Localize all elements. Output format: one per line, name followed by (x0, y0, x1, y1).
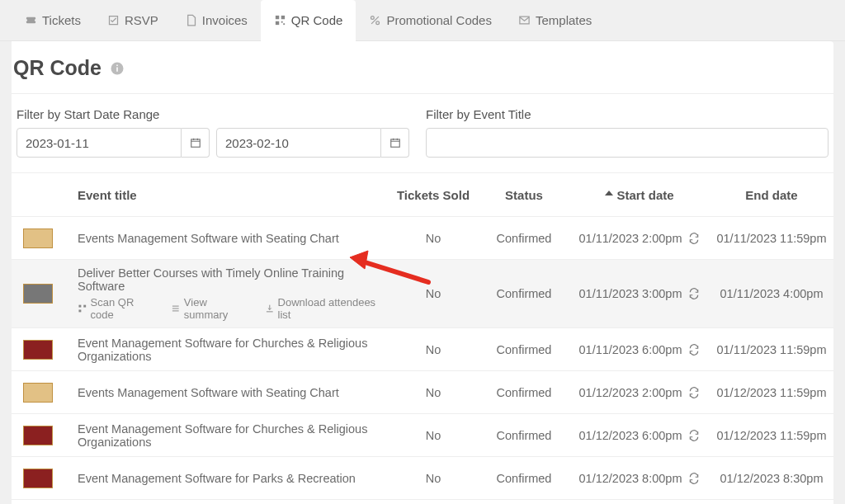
col-sold-header[interactable]: Tickets Sold (388, 188, 479, 202)
table-row[interactable]: Event Management Software for Churches &… (12, 414, 833, 457)
status-cell: Confirmed (479, 429, 569, 442)
start-date-input[interactable] (17, 128, 182, 158)
tabs-bar: Tickets RSVP Invoices QR Code Promotiona… (0, 0, 845, 41)
status-cell: Confirmed (479, 472, 569, 485)
end-date-cell: 01/11/2023 11:59pm (710, 343, 833, 356)
calendar-icon (389, 137, 401, 148)
tab-label: Templates (536, 13, 592, 27)
tickets-sold-cell: No (388, 232, 479, 245)
file-icon (185, 14, 197, 26)
svg-rect-1 (281, 16, 285, 19)
start-date-picker-button[interactable] (182, 128, 210, 158)
table-row[interactable]: Events Management Software with Seating … (12, 217, 833, 260)
list-icon (171, 304, 181, 313)
tab-rsvp[interactable]: RSVP (94, 0, 172, 41)
qrcode-icon (78, 304, 87, 313)
svg-rect-4 (283, 23, 285, 25)
svg-rect-18 (78, 309, 81, 312)
event-title: Event Management Software for Parks & Re… (78, 472, 388, 485)
envelope-icon (518, 14, 531, 26)
qrcode-icon (274, 14, 286, 26)
event-thumbnail (23, 383, 53, 403)
tab-label: RSVP (125, 13, 158, 27)
tab-invoices[interactable]: Invoices (172, 0, 261, 41)
event-thumbnail (23, 469, 53, 488)
recurring-icon (688, 344, 700, 356)
end-date-picker-button[interactable] (381, 128, 409, 158)
recurring-icon (688, 430, 700, 441)
recurring-icon (688, 233, 700, 244)
svg-point-5 (371, 16, 375, 20)
event-title: Deliver Better Courses with Timely Onlin… (78, 266, 388, 293)
scan-qr-action[interactable]: Scan QR code (78, 296, 158, 321)
col-start-label: Start date (616, 188, 673, 202)
title-filter-input[interactable] (426, 128, 828, 158)
start-date-cell: 01/11/2023 2:00pm (569, 232, 710, 245)
sort-asc-icon (605, 191, 613, 199)
events-table: Event title Tickets Sold Status Start da… (12, 172, 833, 504)
svg-rect-0 (276, 16, 279, 19)
event-thumbnail (23, 228, 53, 248)
page-title: QR Code (13, 56, 101, 80)
table-row[interactable]: Event Management Software for Churches &… (12, 328, 833, 371)
event-title: Event Management Software for Churches &… (78, 337, 388, 363)
svg-rect-12 (390, 139, 399, 147)
col-status-header[interactable]: Status (479, 188, 569, 202)
tab-label: Promotional Codes (386, 13, 492, 27)
end-date-cell: 01/12/2023 11:59pm (710, 386, 833, 399)
table-header: Event title Tickets Sold Status Start da… (12, 172, 833, 217)
status-cell: Confirmed (479, 343, 569, 356)
tab-qrcode[interactable]: QR Code (261, 0, 356, 41)
tab-templates[interactable]: Templates (505, 0, 605, 41)
calendar-icon (190, 137, 201, 148)
end-date-cell: 01/11/2023 4:00pm (710, 287, 833, 300)
scan-label: Scan QR code (91, 296, 158, 321)
table-row[interactable]: Deliver Better Courses with Timely Onlin… (12, 260, 833, 328)
tickets-sold-cell: No (388, 472, 479, 485)
tickets-sold-cell: No (388, 287, 479, 300)
svg-rect-16 (78, 305, 81, 308)
status-cell: Confirmed (479, 287, 569, 300)
summary-label: View summary (184, 296, 252, 321)
event-thumbnail (23, 340, 53, 360)
end-date-cell: 01/12/2023 11:59pm (710, 429, 833, 442)
start-date-cell: 01/12/2023 6:00pm (569, 429, 710, 442)
col-title-header[interactable]: Event title (78, 188, 388, 202)
start-date-cell: 01/11/2023 3:00pm (569, 287, 710, 300)
info-icon[interactable] (110, 61, 125, 76)
checkbox-icon (107, 14, 120, 26)
tab-label: Tickets (42, 13, 81, 27)
percent-icon (369, 14, 381, 26)
col-end-header[interactable]: End date (710, 188, 833, 202)
status-cell: Confirmed (479, 386, 569, 399)
col-start-header[interactable]: Start date (569, 188, 710, 202)
event-title: Events Management Software with Seating … (78, 232, 388, 245)
recurring-icon (688, 473, 700, 484)
tab-promo[interactable]: Promotional Codes (356, 0, 505, 41)
start-date-cell: 01/12/2023 2:00pm (569, 386, 710, 399)
download-label: Download attendees list (278, 296, 388, 321)
svg-rect-11 (191, 139, 200, 147)
end-date-input[interactable] (216, 128, 381, 158)
tickets-sold-cell: No (388, 343, 479, 356)
svg-rect-3 (281, 21, 283, 23)
start-date-cell: 01/12/2023 8:00pm (569, 472, 710, 485)
svg-rect-9 (116, 67, 118, 71)
tickets-sold-cell: No (388, 429, 479, 442)
recurring-icon (688, 387, 700, 398)
event-title: Event Management Software for Churches &… (78, 422, 388, 449)
view-summary-action[interactable]: View summary (171, 296, 252, 321)
title-filter-label: Filter by Event Title (426, 107, 828, 121)
end-date-cell: 01/11/2023 11:59pm (710, 232, 833, 245)
row-actions: Scan QR code View summary Download atten… (78, 296, 388, 321)
table-row[interactable]: Events Management Software with Seating … (12, 500, 833, 504)
table-row[interactable]: Event Management Software for Parks & Re… (12, 457, 833, 500)
table-row[interactable]: Events Management Software with Seating … (12, 371, 833, 414)
tab-label: QR Code (291, 13, 343, 27)
tab-label: Invoices (202, 13, 248, 27)
status-cell: Confirmed (479, 232, 569, 245)
download-attendees-action[interactable]: Download attendees list (265, 296, 388, 321)
svg-rect-10 (116, 64, 118, 66)
recurring-icon (688, 288, 700, 299)
tab-tickets[interactable]: Tickets (12, 0, 94, 41)
